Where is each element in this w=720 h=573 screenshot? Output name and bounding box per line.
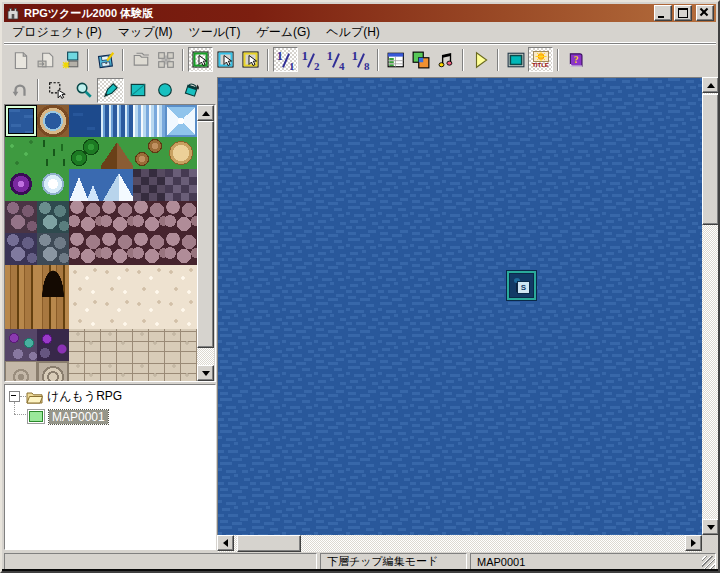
palette-tile-sand[interactable] xyxy=(133,265,165,297)
palette-tile-orbwhite[interactable] xyxy=(37,169,69,201)
palette-tile-grass2[interactable] xyxy=(37,137,69,169)
tree-map-row[interactable]: MAP0001 xyxy=(27,408,215,425)
palette-tile-cobble[interactable] xyxy=(133,201,165,233)
zoom-tool-button[interactable] xyxy=(70,78,97,103)
palette-tile-cobble[interactable] xyxy=(101,233,133,265)
palette-tile-whirlpool[interactable] xyxy=(165,105,197,137)
tree-root-label[interactable]: けんもうRPG xyxy=(47,388,122,405)
save-button[interactable] xyxy=(93,47,118,72)
tree-map-label[interactable]: MAP0001 xyxy=(49,410,108,424)
palette-scroll-up-button[interactable] xyxy=(197,105,214,121)
minimize-button[interactable] xyxy=(654,5,672,21)
palette-tile-dark2[interactable] xyxy=(165,169,197,201)
map-hscroll-thumb[interactable] xyxy=(237,535,301,552)
zoom-1-4-button[interactable]: 14 xyxy=(323,47,348,72)
map-scroll-left-button[interactable] xyxy=(217,535,234,551)
palette-tile-brick[interactable] xyxy=(69,361,101,381)
title-bar[interactable]: RPGツクール2000 体験版 xyxy=(4,4,716,22)
palette-tile-rockp[interactable] xyxy=(5,201,37,233)
palette-tile-rockt[interactable] xyxy=(37,201,69,233)
copy-button[interactable] xyxy=(128,47,153,72)
map-scroll-down-button[interactable] xyxy=(702,519,719,535)
palette-tile-sand[interactable] xyxy=(101,265,133,297)
select-tool-button[interactable] xyxy=(43,78,70,103)
palette-tile-mountain[interactable] xyxy=(101,137,133,169)
palette-tile-sand[interactable] xyxy=(133,297,165,329)
palette-tile-cobble[interactable] xyxy=(69,201,101,233)
palette-tile-sand[interactable] xyxy=(101,297,133,329)
palette-tile-sand[interactable] xyxy=(165,265,197,297)
rectangle-tool-button[interactable] xyxy=(124,78,151,103)
tree-root-row[interactable]: けんもうRPG xyxy=(5,388,215,405)
palette-tile-shore[interactable] xyxy=(37,105,69,137)
palette-tile-dark1[interactable] xyxy=(133,169,165,201)
palette-tile-trees[interactable] xyxy=(69,137,101,169)
map-scroll-right-button[interactable] xyxy=(685,535,702,551)
palette-tile-orbpurple[interactable] xyxy=(5,169,37,201)
palette-tile-gem2[interactable] xyxy=(37,329,69,361)
map-vscroll-thumb[interactable] xyxy=(702,94,719,225)
palette-tile-brick[interactable] xyxy=(101,329,133,361)
palette-scroll-thumb[interactable] xyxy=(197,121,214,348)
palette-tile-cobble[interactable] xyxy=(101,201,133,233)
open-project-button[interactable] xyxy=(33,47,58,72)
menu-map[interactable]: マップ(M) xyxy=(110,23,181,42)
database-button[interactable] xyxy=(383,47,408,72)
zoom-1-2-button[interactable]: 12 xyxy=(298,47,323,72)
map-vertical-scrollbar[interactable] xyxy=(702,77,719,535)
map-horizontal-scrollbar[interactable] xyxy=(217,535,702,552)
palette-tile-deepwater[interactable] xyxy=(69,105,101,137)
palette-tile-waterfall2[interactable] xyxy=(133,105,165,137)
palette-tile-cobble[interactable] xyxy=(69,233,101,265)
palette-tile-star[interactable] xyxy=(5,361,37,381)
palette-tile-cobble[interactable] xyxy=(165,201,197,233)
palette-tile-circlepat[interactable] xyxy=(37,361,69,381)
palette-tile-sand[interactable] xyxy=(69,265,101,297)
music-button[interactable] xyxy=(433,47,458,72)
tree-collapse-box[interactable] xyxy=(9,391,20,402)
menu-tools[interactable]: ツール(T) xyxy=(181,23,249,42)
palette-tile-cobble[interactable] xyxy=(133,233,165,265)
palette-tile-grass[interactable] xyxy=(5,137,37,169)
palette-scrollbar[interactable] xyxy=(197,105,214,381)
map-scroll-up-button[interactable] xyxy=(702,77,719,93)
palette-tile-waterfall[interactable] xyxy=(101,105,133,137)
paste-button[interactable] xyxy=(153,47,178,72)
undo-button[interactable] xyxy=(6,78,33,103)
ellipse-tool-button[interactable] xyxy=(151,78,178,103)
menu-help[interactable]: ヘルプ(H) xyxy=(318,23,388,42)
resize-grip[interactable] xyxy=(702,556,715,569)
palette-tile-wood[interactable] xyxy=(5,265,37,297)
palette-tile-sand[interactable] xyxy=(69,297,101,329)
menu-project[interactable]: プロジェクト(P) xyxy=(4,23,110,42)
palette-tile-brick[interactable] xyxy=(165,329,197,361)
resource-manager-button[interactable] xyxy=(408,47,433,72)
event-layer-mode-button[interactable] xyxy=(238,47,263,72)
palette-tile-brick[interactable] xyxy=(165,361,197,381)
zoom-1-1-button[interactable]: 11 xyxy=(273,47,298,72)
palette-tile-cave[interactable] xyxy=(37,265,69,297)
fill-tool-button[interactable] xyxy=(178,78,205,103)
palette-tile-rockg[interactable] xyxy=(37,233,69,265)
title-screen-toggle-button[interactable]: TITLE xyxy=(528,47,553,72)
palette-tile-brick[interactable] xyxy=(101,361,133,381)
test-play-button[interactable] xyxy=(468,47,493,72)
palette-tile-brick[interactable] xyxy=(133,361,165,381)
palette-tile-cobble[interactable] xyxy=(165,233,197,265)
new-project-button[interactable] xyxy=(8,47,33,72)
pen-tool-button[interactable] xyxy=(97,78,124,103)
menu-game[interactable]: ゲーム(G) xyxy=(248,23,318,42)
palette-tile-icetrees[interactable] xyxy=(69,169,101,201)
palette-tile-wood[interactable] xyxy=(37,297,69,329)
palette-tile-mounds[interactable] xyxy=(133,137,165,169)
map-canvas[interactable] xyxy=(217,77,702,535)
close-project-button[interactable] xyxy=(58,47,83,72)
party-start-marker[interactable]: S xyxy=(506,270,537,301)
palette-tile-gem1[interactable] xyxy=(5,329,37,361)
fullscreen-toggle-button[interactable] xyxy=(503,47,528,72)
palette-tile-brick[interactable] xyxy=(69,329,101,361)
palette-tile-snowmtn[interactable] xyxy=(101,169,133,201)
palette-scroll-down-button[interactable] xyxy=(197,365,214,381)
lower-layer-mode-button[interactable] xyxy=(188,47,213,72)
palette-tile-rockp2[interactable] xyxy=(5,233,37,265)
